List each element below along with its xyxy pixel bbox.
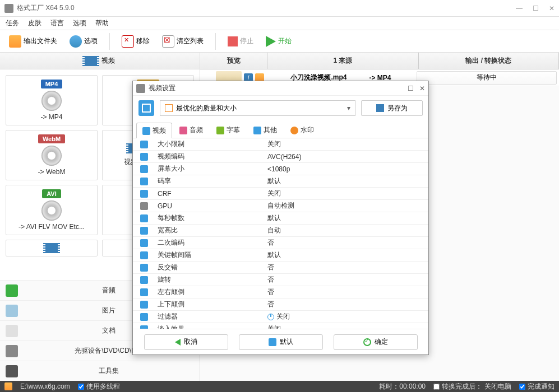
tab-label: 视频 xyxy=(153,126,166,136)
setting-value: 默认 xyxy=(262,250,428,260)
setting-icon xyxy=(140,153,148,161)
tab-label: 其他 xyxy=(264,125,277,135)
tab-其他[interactable]: 其他 xyxy=(247,122,283,138)
setting-row-旋转[interactable]: 旋转否 xyxy=(133,274,428,286)
dialog-icon xyxy=(136,84,145,93)
cancel-button[interactable]: 取消 xyxy=(144,334,228,350)
setting-icon xyxy=(140,251,148,259)
setting-row-大小限制[interactable]: 大小限制关闭 xyxy=(133,138,428,151)
setting-value: 关闭 xyxy=(262,312,428,321)
column-source: 1 来源 xyxy=(267,53,419,69)
multithread-checkbox[interactable]: 使用多线程 xyxy=(78,382,120,391)
setting-icon xyxy=(140,178,148,185)
start-button[interactable]: 开始 xyxy=(262,34,295,49)
setting-icon xyxy=(140,264,148,272)
setting-name: GPU xyxy=(155,202,262,210)
setting-row-反交错[interactable]: 反交错否 xyxy=(133,262,428,274)
setting-row-码率[interactable]: 码率默认 xyxy=(133,175,428,188)
setting-row-CRF[interactable]: CRF关闭 xyxy=(133,188,428,200)
defaults-button[interactable]: 默认 xyxy=(239,334,323,350)
format-badge: WebM xyxy=(38,134,65,143)
setting-icon xyxy=(140,276,148,284)
setting-row-宽高比[interactable]: 宽高比自动 xyxy=(133,225,428,237)
setting-row-上下颠倒[interactable]: 上下颠倒否 xyxy=(133,298,428,311)
save-as-button[interactable]: 另存为 xyxy=(361,100,423,116)
tab-icon xyxy=(216,127,224,134)
default-icon xyxy=(269,338,276,346)
ok-button[interactable]: 确定 xyxy=(334,334,418,350)
save-icon xyxy=(376,104,384,112)
setting-name: CRF xyxy=(155,190,262,198)
dialog-maximize-button[interactable]: ☐ xyxy=(408,85,414,92)
setting-icon xyxy=(140,214,148,222)
setting-row-GPU[interactable]: GPU自动检测 xyxy=(133,200,428,212)
setting-row-左右颠倒[interactable]: 左右颠倒否 xyxy=(133,286,428,298)
format-cell-MP4[interactable]: MP4-> MP4 xyxy=(6,75,98,125)
multithread-label: 使用多线程 xyxy=(86,382,120,391)
close-button[interactable]: ✕ xyxy=(549,4,555,12)
tab-label: 水印 xyxy=(301,125,314,135)
setting-icon xyxy=(140,165,148,173)
setting-value: 默认 xyxy=(262,213,428,223)
stop-button[interactable]: 停止 xyxy=(224,35,257,48)
titlebar: 格式工厂 X64 5.9.0 ― ☐ ✕ xyxy=(0,0,559,17)
menu-3[interactable]: 选项 xyxy=(73,18,86,28)
chevron-down-icon: ▾ xyxy=(347,104,350,112)
menu-2[interactable]: 语言 xyxy=(50,18,64,28)
setting-icon xyxy=(140,202,148,210)
tab-音频[interactable]: 音频 xyxy=(173,122,209,138)
clear-list-button[interactable]: 清空列表 xyxy=(159,34,207,49)
save-as-label: 另存为 xyxy=(387,104,408,113)
setting-row-过滤器[interactable]: 过滤器关闭 xyxy=(133,311,428,323)
setting-row-关键帧间隔[interactable]: 关键帧间隔默认 xyxy=(133,249,428,262)
minimize-button[interactable]: ― xyxy=(516,4,523,12)
menu-1[interactable]: 皮肤 xyxy=(28,18,41,28)
setting-value: 关闭 xyxy=(262,324,428,329)
maximize-button[interactable]: ☐ xyxy=(533,4,539,12)
category-header-video[interactable]: 视频 xyxy=(0,53,200,69)
setting-name: 淡入效果 xyxy=(155,324,262,329)
output-folder-button[interactable]: 输出文件夹 xyxy=(6,34,61,49)
tab-字幕[interactable]: 字幕 xyxy=(210,122,246,138)
category-工具集[interactable]: 工具集 xyxy=(0,361,200,381)
status-text: 等待中 xyxy=(477,73,497,82)
category-icon xyxy=(6,345,18,357)
tab-icon xyxy=(253,127,261,134)
setting-name: 大小限制 xyxy=(155,139,262,149)
setting-icon xyxy=(140,141,148,148)
output-path[interactable]: E:\www.x6g.com xyxy=(20,382,70,390)
folder-icon xyxy=(9,35,21,48)
setting-row-视频编码[interactable]: 视频编码AVC(H264) xyxy=(133,151,428,163)
setting-row-屏幕大小[interactable]: 屏幕大小<1080p xyxy=(133,163,428,175)
dialog-close-button[interactable]: ✕ xyxy=(419,85,425,92)
tab-视频[interactable]: 视频 xyxy=(136,123,172,138)
setting-row-淡入效果[interactable]: 淡入效果关闭 xyxy=(133,323,428,329)
format-label: -> MP4 xyxy=(40,113,62,121)
setting-name: 左右颠倒 xyxy=(155,287,262,297)
format-cell-WebM[interactable]: WebM-> WebM xyxy=(6,130,98,180)
setting-value: AVC(H264) xyxy=(262,153,428,161)
format-label: -> WebM xyxy=(38,168,66,176)
remove-button[interactable]: 移除 xyxy=(118,34,153,49)
format-cell-AVI[interactable]: AVI-> AVI FLV MOV Etc... xyxy=(6,185,98,235)
preset-indicator-icon xyxy=(165,104,173,112)
output-folder-label: 输出文件夹 xyxy=(24,36,57,46)
options-button[interactable]: 选项 xyxy=(66,34,101,49)
setting-value: 否 xyxy=(262,238,428,248)
setting-row-每秒帧数[interactable]: 每秒帧数默认 xyxy=(133,212,428,225)
format-cell-partial[interactable] xyxy=(6,240,98,256)
separator xyxy=(215,33,216,50)
tab-水印[interactable]: 水印 xyxy=(284,122,320,138)
menu-0[interactable]: 任务 xyxy=(6,18,19,28)
category-header-label: 视频 xyxy=(101,56,115,66)
folder-icon[interactable] xyxy=(4,382,12,390)
start-label: 开始 xyxy=(278,36,292,46)
after-convert-checkbox[interactable]: 转换完成后：关闭电脑 xyxy=(433,382,511,391)
notify-checkbox[interactable]: 完成通知 xyxy=(519,382,555,391)
setting-row-二次编码[interactable]: 二次编码否 xyxy=(133,237,428,249)
menu-4[interactable]: 帮助 xyxy=(95,18,109,28)
setting-icon xyxy=(140,190,148,198)
tab-label: 字幕 xyxy=(227,125,240,135)
disc-icon xyxy=(41,91,62,111)
preset-select[interactable]: 最优化的质量和大小 ▾ xyxy=(160,100,355,116)
